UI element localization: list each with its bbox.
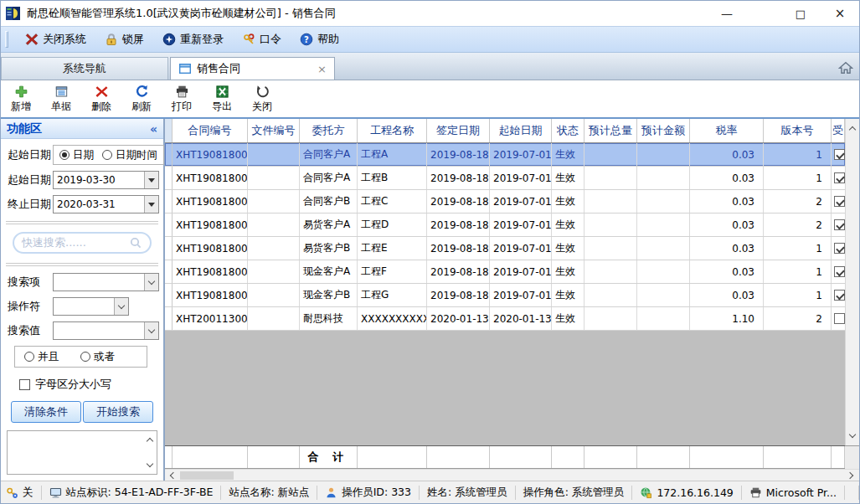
table-row[interactable]: XHT1908180006现金客户A工程F2019-08-182019-07-0… [165,260,845,284]
row-checkbox[interactable] [834,243,845,254]
start-search-button[interactable]: 开始搜索 [83,401,153,423]
menu-item-lock-screen[interactable]: 锁屏 [95,28,153,50]
row-indicator [165,284,173,306]
listbox-scrollbar[interactable] [143,431,157,474]
cell: 工程A [358,143,427,166]
main-area: 功能区 « 起始日期 日期 日期时间 [1,119,859,481]
globe-icon [640,486,652,499]
export-icon [215,85,229,99]
close-view-button[interactable]: 关闭 [249,85,276,114]
radio-or-icon[interactable] [80,352,90,362]
cell [832,237,845,260]
row-checkbox[interactable] [834,196,845,207]
col-header[interactable]: 文件编号 [248,119,300,142]
radio-and[interactable]: 并且 [24,350,59,364]
tab-system-nav[interactable]: 系统导航 [1,57,168,80]
table-row[interactable]: XHT1908180002合同客户A工程B2019-08-182019-07-0… [165,167,845,190]
operator-select[interactable] [53,297,129,316]
cell: 生效 [552,307,584,330]
dropdown-arrow-icon[interactable] [144,196,158,213]
col-header[interactable]: 预计金额 [637,119,690,142]
col-header[interactable]: 委托方 [300,119,358,142]
cell: 2 [764,190,832,213]
case-sensitive-checkbox[interactable] [19,379,30,390]
radio-datetime-icon[interactable] [102,150,112,160]
row-checkbox[interactable] [834,172,845,183]
table-row[interactable]: XHT1908180007现金客户B工程G2019-08-182019-07-0… [165,284,845,307]
row-indicator [165,143,173,166]
status-station-id: 站点标识: 54-E1-AD-FF-3F-BE [42,486,222,500]
row-checkbox[interactable] [834,313,845,324]
tab-sales-contract[interactable]: 销售合同 × [170,57,335,80]
status-station-name: 站点名称: 新站点 [221,486,317,500]
row-checkbox[interactable] [834,149,845,160]
clear-conditions-button[interactable]: 清除条件 [11,401,81,423]
menu-item-password[interactable]: 口令 [233,28,291,50]
export-button[interactable]: 导出 [209,85,235,114]
end-date-select[interactable]: 2020-03-31 [53,195,159,213]
collapse-sidebar-icon[interactable]: « [150,122,157,136]
table-row[interactable]: XHT1908180001合同客户A工程A2019-08-182019-07-0… [165,143,845,167]
voucher-button[interactable]: 单据 [48,85,75,114]
summary-cell [764,446,832,468]
radio-datetime[interactable]: 日期时间 [102,148,157,162]
col-header[interactable]: 工程名称 [358,119,427,142]
vertical-scrollbar[interactable] [845,119,859,445]
dropdown-arrow-icon[interactable] [144,274,158,291]
search-item-select[interactable] [53,273,159,291]
tab-close-icon[interactable]: × [317,64,327,75]
radio-or[interactable]: 或者 [80,350,115,364]
quick-search-input[interactable]: 快速搜索...... [13,232,152,254]
table-row[interactable]: XHT1908180003合同客户B工程C2019-08-182019-07-0… [165,190,845,213]
cell: XHT1908180004 [173,213,248,236]
radio-date[interactable]: 日期 [59,148,94,162]
cell: 生效 [552,237,584,260]
print-button[interactable]: 打印 [168,85,195,114]
radio-label: 或者 [94,350,115,364]
menu-label: 口令 [260,32,281,47]
col-header[interactable]: 版本号 [764,119,832,142]
start-date-select[interactable]: 2019-03-30 [53,171,159,189]
row-checkbox[interactable] [834,266,845,277]
delete-button[interactable]: 删除 [88,85,115,114]
menu-item-relogin[interactable]: 重新登录 [153,28,233,50]
scroll-down-icon[interactable] [147,460,153,467]
scroll-left-icon[interactable] [170,471,177,478]
search-buttons-row: 清除条件 开始搜索 [11,401,153,423]
radio-date-icon[interactable] [59,150,70,160]
maximize-button[interactable]: □ [788,8,813,20]
cell: 0.03 [690,260,764,283]
col-header[interactable]: 状态 [552,119,584,142]
col-header[interactable]: 预计总量 [584,119,637,142]
scroll-up-icon[interactable] [849,126,856,133]
search-value-select[interactable] [53,321,159,340]
col-header[interactable]: 签定日期 [427,119,490,142]
table-row[interactable]: XHT1908180005易货客户B工程E2019-08-182019-07-0… [165,237,845,260]
dropdown-arrow-icon[interactable] [114,298,128,315]
add-button[interactable]: 新增 [8,85,34,114]
scroll-down-icon[interactable] [849,431,856,438]
dropdown-arrow-icon[interactable] [144,322,158,339]
scroll-up-icon[interactable] [147,438,153,445]
table-row[interactable]: XHT2001130001耐思科技XXXXXXXXXXX2020-01-1320… [165,307,845,331]
row-checkbox[interactable] [834,219,845,230]
radio-and-icon[interactable] [24,352,34,362]
conditions-listbox[interactable] [7,430,157,475]
row-checkbox[interactable] [834,290,845,301]
table-row[interactable]: XHT1908180004易货客户A工程D2019-08-182019-07-0… [165,213,845,237]
col-header[interactable]: 起始日期 [490,119,552,142]
col-header[interactable]: 合同编号 [173,119,248,142]
scroll-right-icon[interactable] [847,471,853,478]
refresh-button[interactable]: 刷新 [128,85,155,114]
case-sensitive-row[interactable]: 字母区分大小写 [19,377,159,392]
horizontal-scrollbar[interactable] [165,469,859,481]
dropdown-arrow-icon[interactable] [144,172,158,188]
col-header[interactable]: 受 [832,119,845,142]
col-header[interactable]: 税率 [690,119,764,142]
home-icon[interactable] [838,60,853,75]
menu-item-help[interactable]: ? 帮助 [291,28,348,50]
minimize-button[interactable]: — [714,7,739,20]
menu-item-close-system[interactable]: 关闭系统 [16,28,95,50]
scrollbar-thumb[interactable] [180,471,234,480]
close-button[interactable]: × [827,6,852,21]
